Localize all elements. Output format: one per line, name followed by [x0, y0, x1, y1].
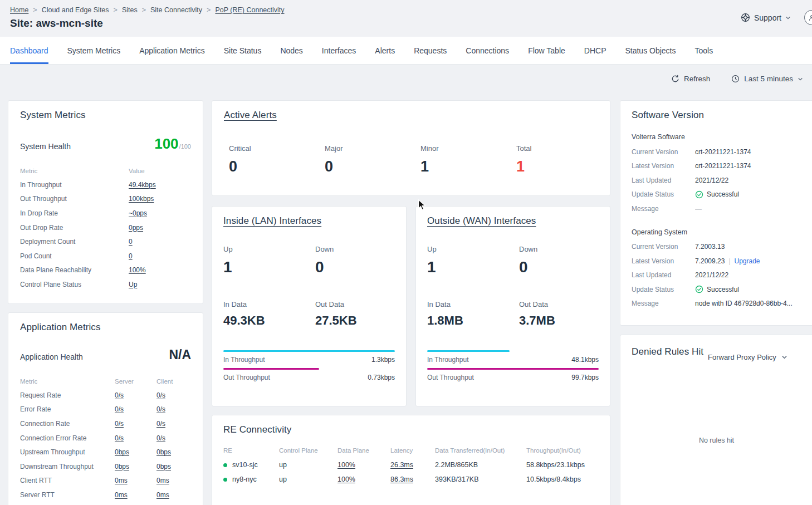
client-value[interactable]: 0ms: [156, 491, 191, 499]
chevron-down-icon: [781, 354, 787, 360]
table-row: Out Throughput100kbps: [20, 192, 191, 207]
outside-data: In Data1.8MB Out Data3.7MB: [427, 300, 599, 327]
metric-value[interactable]: 49.4kbps: [129, 181, 191, 189]
data-plane-value[interactable]: 100%: [337, 475, 390, 483]
application-metrics-table-header: Metric Server Client: [20, 375, 191, 388]
refresh-icon: [671, 75, 679, 83]
tab-requests[interactable]: Requests: [414, 37, 447, 64]
metric-value[interactable]: 0pps: [129, 224, 191, 232]
status-dot-green: [223, 478, 227, 482]
latency-value[interactable]: 86.3ms: [390, 475, 435, 483]
system-health: System Health 100/100: [20, 136, 191, 151]
out-throughput-bar: [223, 368, 319, 370]
table-row: In Throughput49.4kbps: [20, 178, 191, 192]
table-row: Server RTT0ms0ms: [20, 488, 191, 502]
up-value: 1: [223, 259, 315, 275]
active-alerts-title[interactable]: Active Alerts: [224, 110, 598, 121]
empty-state-text: No rules hit: [620, 437, 812, 444]
tab-tools[interactable]: Tools: [695, 37, 713, 64]
re-name: ny8-nyc: [232, 475, 257, 483]
in-data-value: 49.3KB: [223, 315, 315, 327]
in-throughput-value: 1.3kbps: [371, 356, 395, 364]
metric-label: Data Plane Reachability: [20, 266, 129, 274]
breadcrumb-home[interactable]: Home: [10, 6, 28, 14]
in-throughput-value: 48.1kbps: [571, 356, 599, 364]
column-control-plane: Control Plane: [279, 447, 337, 454]
inside-interfaces-title[interactable]: Inside (LAN) Interfaces: [223, 215, 395, 227]
breadcrumb-cloud-and-edge-sites[interactable]: Cloud and Edge Sites: [42, 6, 109, 14]
table-row: Client RTT0ms0ms: [20, 474, 191, 488]
server-value[interactable]: 0/s: [115, 434, 156, 442]
table-row: Connection Rate0/s0/s: [20, 416, 191, 431]
server-value[interactable]: 0ms: [115, 491, 156, 499]
table-row: Downstream Throughput0bps0bps: [20, 459, 191, 474]
metric-label: Server RTT: [20, 491, 115, 499]
tab-dhcp[interactable]: DHCP: [584, 37, 606, 64]
metric-value[interactable]: ~0pps: [129, 209, 191, 217]
dashboard-toolbar: Refresh Last 5 minutes: [671, 75, 803, 83]
volterra-software-section-label: Volterra Software: [632, 133, 810, 141]
support-button[interactable]: Support: [741, 13, 791, 22]
tab-nodes[interactable]: Nodes: [280, 37, 302, 64]
client-value[interactable]: 0/s: [156, 405, 191, 413]
inside-out-throughput: Out Throughput0.73kbps: [223, 368, 395, 381]
in-data-label: In Data: [223, 300, 315, 308]
breadcrumb-pop-re-connectivity[interactable]: PoP (RE) Connectivity: [215, 6, 284, 14]
inside-in-throughput: In Throughput1.3kbps: [223, 350, 395, 364]
server-value[interactable]: 0ms: [115, 477, 156, 484]
breadcrumb-site-connectivity[interactable]: Site Connectivity: [150, 6, 202, 14]
client-value[interactable]: 0/s: [156, 391, 191, 399]
tab-alerts[interactable]: Alerts: [375, 37, 395, 64]
client-value[interactable]: 0bps: [156, 463, 191, 470]
metric-label: Error Rate: [20, 405, 115, 413]
client-value[interactable]: 0bps: [156, 448, 191, 456]
refresh-button[interactable]: Refresh: [671, 75, 710, 83]
out-throughput-label: Out Throughput: [223, 374, 270, 381]
server-value[interactable]: 0/s: [115, 391, 156, 399]
outside-wan-interfaces-card: Outside (WAN) Interfaces Up1 Down0 In Da…: [415, 206, 610, 406]
metric-value[interactable]: 100%: [129, 266, 191, 274]
support-icon: [741, 13, 750, 22]
tab-dashboard[interactable]: Dashboard: [10, 37, 48, 64]
data-plane-value[interactable]: 100%: [337, 461, 390, 469]
time-range-select[interactable]: Last 5 minutes: [731, 75, 803, 83]
in-data-label: In Data: [427, 300, 519, 308]
user-avatar[interactable]: [804, 10, 812, 25]
table-row: Latest Version 7.2009.23|Upgrade: [632, 254, 810, 268]
server-value[interactable]: 0bps: [115, 463, 156, 470]
tab-site-status[interactable]: Site Status: [224, 37, 262, 64]
top-header: Home > Cloud and Edge Sites > Sites > Si…: [0, 0, 812, 37]
tab-status-objects[interactable]: Status Objects: [625, 37, 676, 64]
time-range-label: Last 5 minutes: [744, 75, 793, 83]
latency-value[interactable]: 26.3ms: [390, 461, 435, 469]
up-value: 1: [427, 259, 519, 275]
server-value[interactable]: 0/s: [115, 405, 156, 413]
server-value[interactable]: 0/s: [115, 420, 156, 428]
client-value[interactable]: 0/s: [156, 434, 191, 442]
upgrade-link[interactable]: Upgrade: [735, 257, 760, 265]
out-throughput-bar: [427, 368, 599, 370]
client-value[interactable]: 0/s: [156, 420, 191, 428]
tab-interfaces[interactable]: Interfaces: [322, 37, 356, 64]
tab-connections[interactable]: Connections: [466, 37, 509, 64]
metric-value[interactable]: 0: [129, 238, 191, 246]
outside-interfaces-title[interactable]: Outside (WAN) Interfaces: [427, 215, 599, 227]
client-value[interactable]: 0ms: [156, 477, 191, 484]
metric-value[interactable]: 0: [129, 252, 191, 260]
row-label: Last Updated: [632, 271, 695, 279]
tab-system-metrics[interactable]: System Metrics: [67, 37, 121, 64]
policy-filter-select[interactable]: Forward Proxy Policy: [708, 353, 787, 361]
row-label: Update Status: [632, 286, 695, 293]
metric-value[interactable]: 100kbps: [129, 195, 191, 203]
metric-value[interactable]: Up: [129, 281, 191, 288]
breadcrumb-separator: >: [142, 6, 146, 14]
header-actions: Support: [741, 10, 812, 25]
re-name: sv10-sjc: [232, 461, 258, 469]
table-row: Connection Error Rate0/s0/s: [20, 431, 191, 445]
tab-flow-table[interactable]: Flow Table: [528, 37, 565, 64]
metric-label: Deployment Count: [20, 238, 129, 246]
server-value[interactable]: 0bps: [115, 448, 156, 456]
tab-application-metrics[interactable]: Application Metrics: [139, 37, 205, 64]
tab-bar: Dashboard System Metrics Application Met…: [0, 37, 812, 65]
breadcrumb-sites[interactable]: Sites: [122, 6, 138, 14]
